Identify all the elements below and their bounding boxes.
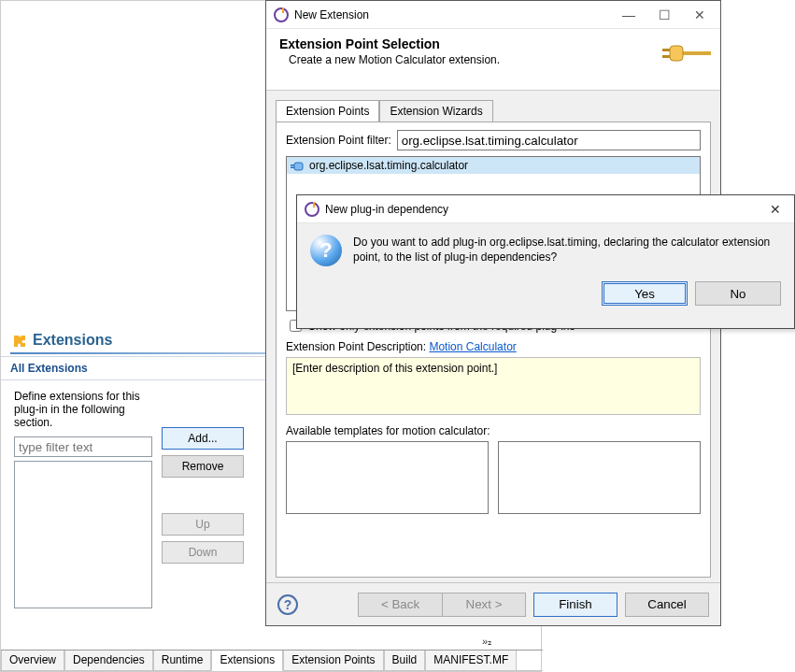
yes-button[interactable]: Yes [602,281,688,306]
back-button[interactable]: < Back [358,593,442,617]
svg-rect-3 [662,55,670,58]
svg-rect-6 [291,167,294,169]
list-item[interactable]: org.eclipse.lsat.timing.calculator [287,157,700,174]
tab-dependencies[interactable]: Dependencies [64,651,153,671]
tab-extension-points[interactable]: Extension Points [283,651,383,671]
next-button[interactable]: Next > [442,593,526,617]
remove-button[interactable]: Remove [162,455,244,478]
overflow-indicator[interactable]: »₂ [440,636,533,651]
list-item-label: org.eclipse.lsat.timing.calculator [309,159,468,172]
filter-label: Extension Point filter: [286,134,391,147]
no-button[interactable]: No [695,281,781,306]
up-button[interactable]: Up [162,513,244,536]
filter-input[interactable] [14,436,152,457]
question-icon: ? [310,235,342,266]
all-extensions-title: All Extensions [10,362,88,375]
dialog-message: Do you want to add plug-in org.eclipse.l… [353,235,781,266]
tab-runtime[interactable]: Runtime [153,651,212,671]
template-description [498,441,701,514]
editor-tabs: Overview Dependencies Runtime Extensions… [1,650,543,671]
tab-overview[interactable]: Overview [1,651,64,671]
tab-extensions[interactable]: Extensions [211,651,283,671]
ext-point-icon [291,161,304,170]
plug-graphic-icon [662,42,711,64]
down-button[interactable]: Down [162,541,244,564]
eclipse-icon [305,202,319,217]
banner-title: Extension Point Selection [279,36,707,51]
add-button[interactable]: Add... [162,427,244,450]
svg-rect-4 [294,163,303,170]
tab-extension-points-wizard[interactable]: Extension Points [276,100,379,122]
extensions-icon [12,333,27,348]
extension-point-filter-input[interactable] [397,130,701,150]
svg-rect-5 [291,164,294,166]
tab-build[interactable]: Build [384,651,426,671]
wizard-window-title: New Extension [294,8,619,21]
templates-list[interactable] [286,441,489,514]
banner-subtitle: Create a new Motion Calculator extension… [289,53,707,66]
minimize-icon[interactable]: — [619,7,638,22]
tab-extension-wizards[interactable]: Extension Wizards [379,100,492,122]
extensions-list[interactable] [14,461,152,608]
close-icon[interactable]: ✕ [690,7,709,22]
maximize-icon[interactable]: ☐ [655,7,674,22]
close-icon[interactable]: ✕ [764,202,787,217]
motion-calculator-link[interactable]: Motion Calculator [429,340,516,353]
cancel-button[interactable]: Cancel [625,593,709,617]
dialog-title: New plug-in dependency [325,203,764,216]
svg-rect-1 [670,46,683,61]
description-box: [Enter description of this extension poi… [286,357,701,415]
intro-text: Define extensions for this plug-in in th… [14,390,152,429]
finish-button[interactable]: Finish [533,593,618,617]
dependency-dialog: New plug-in dependency ✕ ? Do you want t… [296,194,795,329]
help-icon[interactable]: ? [277,594,298,615]
tab-manifest[interactable]: MANIFEST.MF [425,651,517,671]
svg-rect-0 [681,51,711,55]
svg-rect-2 [662,49,670,51]
description-label: Extension Point Description: [286,340,426,353]
section-title: Extensions [33,332,112,349]
eclipse-icon [274,7,289,22]
templates-label: Available templates for motion calculato… [286,424,701,437]
